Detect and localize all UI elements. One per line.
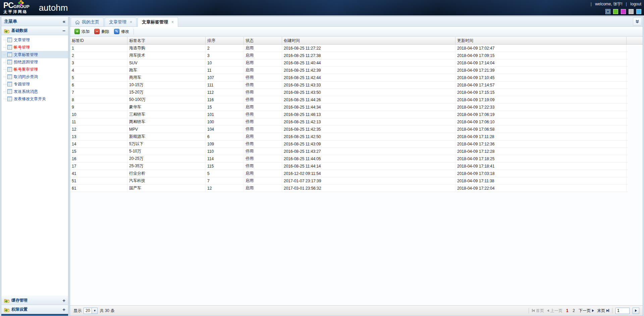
next-page-button[interactable]: 下一页 xyxy=(579,308,594,314)
table-row-18[interactable]: 51汽车科技7启用2017-01-07 23:17:392018-04-09 1… xyxy=(70,177,628,185)
goto-page-input[interactable] xyxy=(615,308,630,314)
column-header-2[interactable]: 排序 xyxy=(206,37,244,44)
table-cell: 2017-01-07 23:17:39 xyxy=(282,177,455,184)
column-header-3[interactable]: 状态 xyxy=(244,37,282,44)
table-cell: 2016-08-25 11:42:35 xyxy=(282,126,455,133)
sidebar-tree-item-4[interactable]: 帐号重审管理 xyxy=(1,66,68,73)
last-page-button[interactable]: 末页 xyxy=(597,308,609,314)
table-cell: 5-10万 xyxy=(127,148,206,155)
table-cell: 停用 xyxy=(244,163,282,170)
tree-item-label: 帐号管理 xyxy=(14,45,30,50)
table-row-13[interactable]: 145万以下109停用2016-08-25 11:43:092018-04-09… xyxy=(70,140,628,148)
main-panel: 我的主页文章管理×文章标签管理× + 添加 − 删除 ✎ 修改 标签ID标签名字… xyxy=(70,16,643,316)
table-cell: 15 xyxy=(206,104,244,111)
sidebar-tree-item-0[interactable]: 文章管理 xyxy=(1,36,68,44)
column-header-4[interactable]: 创建时间 xyxy=(282,37,455,44)
sidebar-section-cache[interactable]: 缓存管理 + xyxy=(1,296,68,305)
table-cell: 16 xyxy=(70,155,127,162)
table-cell: 停用 xyxy=(244,140,282,147)
edit-button[interactable]: ✎ 修改 xyxy=(112,28,131,36)
collapse-minus-icon[interactable]: − xyxy=(62,28,65,33)
table-row-16[interactable]: 1725-35万115停用2016-08-25 11:44:142018-04-… xyxy=(70,163,628,170)
sidebar-tree-item-7[interactable]: 发送系统消息 xyxy=(1,88,68,95)
pcgroup-logo: PCGROUP 太平洋网络 xyxy=(3,2,30,14)
theme-swatch-gray[interactable] xyxy=(629,9,634,14)
table-cell: 2018-04-09 17:02:47 xyxy=(455,45,627,52)
grid-body: 1海选导购2启用2016-08-25 11:27:222018-04-09 17… xyxy=(70,45,643,305)
theme-swatch-navy[interactable] xyxy=(605,9,610,14)
sidebar: 主菜单 « 基础数据 − 文章管理帐号管理文章标签管理拒绝原因管理帐号重审管理取… xyxy=(1,16,68,316)
tab-0[interactable]: 我的主页 xyxy=(71,17,104,26)
tree-item-label: 帐号重审管理 xyxy=(14,67,38,72)
table-row-15[interactable]: 1620-25万114停用2016-08-25 11:44:052018-04-… xyxy=(70,155,628,163)
table-cell: 17 xyxy=(70,163,127,170)
sidebar-tree-item-5[interactable]: 取消同步查询 xyxy=(1,73,68,80)
table-cell: 启用 xyxy=(244,104,282,111)
sidebar-tree-item-6[interactable]: 专题管理 xyxy=(1,80,68,88)
table-cell: 111 xyxy=(206,81,244,88)
table-cell: 10 xyxy=(206,59,244,66)
expand-plus-icon[interactable]: + xyxy=(62,298,65,303)
column-header-1[interactable]: 标签名字 xyxy=(127,37,206,44)
table-row-19[interactable]: 61国产车12启用2017-03-01 23:56:322018-04-09 1… xyxy=(70,185,628,192)
table-cell: 5 xyxy=(70,74,127,81)
table-cell: 2016-08-25 11:27:38 xyxy=(282,52,455,59)
prev-page-button[interactable]: 上一页 xyxy=(547,308,562,314)
logout-link[interactable]: logout xyxy=(630,2,641,6)
table-row-17[interactable]: 41行业分析5启用2016-12-02 09:11:542018-04-09 1… xyxy=(70,170,628,177)
theme-swatch-magenta[interactable] xyxy=(621,9,626,14)
theme-swatch-green[interactable] xyxy=(613,9,618,14)
table-cell: 101 xyxy=(206,111,244,118)
table-row-6[interactable]: 715-20万112停用2016-08-25 11:43:502018-04-0… xyxy=(70,89,628,96)
column-header-5[interactable]: 更新时间 xyxy=(455,37,627,44)
tab-close-icon[interactable]: × xyxy=(171,20,174,24)
grid-icon xyxy=(7,52,12,57)
table-row-0[interactable]: 1海选导购2启用2016-08-25 11:27:222018-04-09 17… xyxy=(70,45,628,52)
table-cell: 停用 xyxy=(244,89,282,96)
table-cell: 114 xyxy=(206,155,244,162)
table-row-10[interactable]: 11两厢轿车100停用2016-08-25 11:42:132018-04-09… xyxy=(70,118,628,126)
tab-overflow-button[interactable] xyxy=(633,17,642,25)
table-row-3[interactable]: 4跑车11启用2016-08-25 11:42:392018-04-09 17:… xyxy=(70,67,628,74)
sidebar-footer-strip xyxy=(1,314,68,316)
table-row-2[interactable]: 3SUV10启用2016-08-25 11:40:442018-04-09 17… xyxy=(70,59,628,67)
table-row-9[interactable]: 10三厢轿车101停用2016-08-25 11:46:132018-04-09… xyxy=(70,111,628,118)
theme-swatch-lightblue[interactable] xyxy=(636,9,641,14)
column-header-0[interactable]: 标签ID xyxy=(70,37,127,44)
table-row-4[interactable]: 5商用车107停用2016-08-25 11:42:442018-04-09 1… xyxy=(70,74,628,81)
page-size-select[interactable]: 20 ▼ xyxy=(84,308,98,314)
table-row-14[interactable]: 155-10万110停用2016-08-25 11:43:272018-04-0… xyxy=(70,148,628,155)
table-row-8[interactable]: 9豪华车15启用2016-08-25 11:44:342018-04-09 17… xyxy=(70,104,628,111)
page-number-2[interactable]: 2 xyxy=(572,308,576,313)
grid-toolbar: + 添加 − 删除 ✎ 修改 xyxy=(70,27,643,37)
table-cell: MPV xyxy=(127,126,206,133)
table-cell: 1 xyxy=(70,45,127,52)
sidebar-section-permissions[interactable]: 权限设置 + xyxy=(1,305,68,314)
sidebar-tree-item-3[interactable]: 拒绝原因管理 xyxy=(1,58,68,66)
section-label: 权限设置 xyxy=(11,307,28,312)
page-number-1[interactable]: 1 xyxy=(566,308,569,313)
table-cell: 2 xyxy=(70,52,127,59)
table-row-12[interactable]: 13新能源车6启用2016-08-25 11:42:502018-04-09 1… xyxy=(70,133,628,140)
table-cell: 2018-04-09 17:11:38 xyxy=(455,177,627,184)
dropdown-arrow-icon[interactable]: ▼ xyxy=(92,308,97,314)
page-size-label: 显示 xyxy=(73,308,82,314)
add-button[interactable]: + 添加 xyxy=(72,28,92,36)
tab-1[interactable]: 文章管理× xyxy=(105,17,137,26)
tab-2[interactable]: 文章标签管理× xyxy=(138,17,178,27)
table-row-7[interactable]: 850-100万116停用2016-08-25 11:44:262018-04-… xyxy=(70,96,628,104)
first-page-button[interactable]: 首页 xyxy=(532,308,544,314)
expand-plus-icon[interactable]: + xyxy=(62,307,65,312)
table-row-11[interactable]: 12MPV104停用2016-08-25 11:42:352018-04-09 … xyxy=(70,126,628,133)
sidebar-section-basic-data[interactable]: 基础数据 − xyxy=(1,26,68,35)
sidebar-tree-item-1[interactable]: 帐号管理 xyxy=(1,44,68,51)
table-row-5[interactable]: 610-15万111停用2016-08-25 11:43:332018-04-0… xyxy=(70,81,628,89)
sidebar-tree-item-2[interactable]: 文章标签管理 xyxy=(1,51,68,58)
sidebar-collapse-icon[interactable]: « xyxy=(63,19,65,24)
goto-page-button[interactable] xyxy=(633,308,639,314)
table-row-1[interactable]: 2用车技术3启用2016-08-25 11:27:382018-04-09 17… xyxy=(70,52,628,59)
table-cell: 2018-04-09 17:11:28 xyxy=(455,133,627,140)
sidebar-tree-item-8[interactable]: 发表修改文章开关 xyxy=(1,95,68,103)
tab-close-icon[interactable]: × xyxy=(130,20,132,24)
delete-button[interactable]: − 删除 xyxy=(92,28,112,36)
